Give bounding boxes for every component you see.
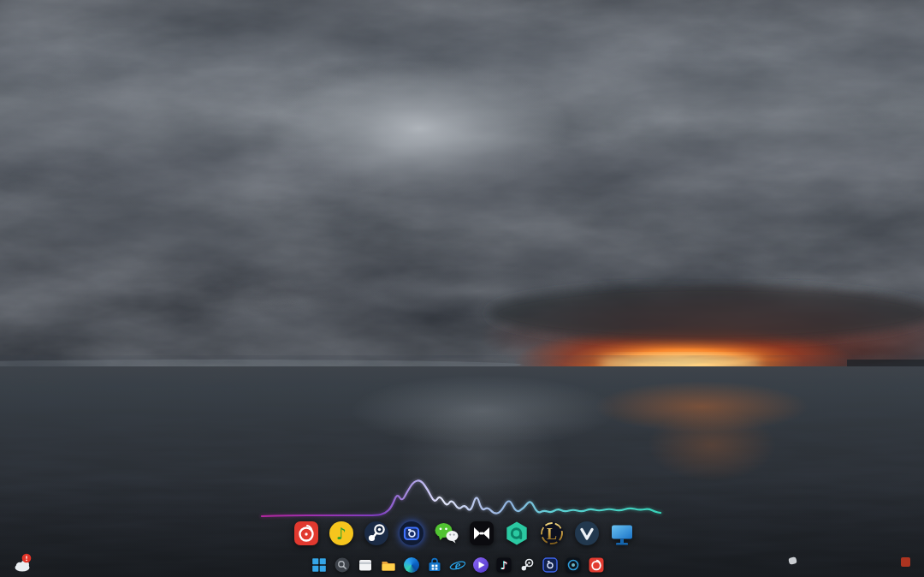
svg-text:♪: ♪ xyxy=(500,559,507,572)
dock: ♪ xyxy=(293,520,636,547)
dock-display-app[interactable] xyxy=(608,520,636,547)
svg-text:e: e xyxy=(455,558,461,572)
taskbar-netease-music-button[interactable] xyxy=(588,556,605,574)
taskbar-screen-capture-button[interactable] xyxy=(542,556,559,574)
svg-text:♪: ♪ xyxy=(336,524,346,543)
taskbar-internet-explorer-button[interactable]: e xyxy=(449,556,466,574)
dock-steam[interactable] xyxy=(363,520,390,547)
dock-v-app[interactable] xyxy=(573,520,601,547)
store-bag-icon xyxy=(426,556,443,574)
edge-icon xyxy=(404,557,419,573)
window-icon xyxy=(357,556,374,574)
desktop-wallpaper xyxy=(0,0,924,577)
douyin-note-icon: ♪ ♪ ♪ xyxy=(495,556,512,574)
tray-icon-red[interactable] xyxy=(901,557,910,567)
dock-qq-music[interactable]: ♪ xyxy=(328,520,355,547)
blue-ring-icon xyxy=(565,556,582,574)
monitor-icon xyxy=(608,520,636,547)
taskbar-ring-app-button[interactable] xyxy=(565,556,582,574)
steam-piston-icon xyxy=(518,556,536,574)
steam-icon xyxy=(363,520,390,547)
taskbar-douyin-button[interactable]: ♪ ♪ ♪ xyxy=(495,556,512,574)
dock-capcut[interactable] xyxy=(468,520,495,547)
tray-notification-cloud[interactable] xyxy=(13,551,35,574)
internet-explorer-icon: e xyxy=(449,556,466,574)
taskbar-start-button[interactable] xyxy=(311,556,328,574)
dock-league-of-legends[interactable]: L xyxy=(538,520,566,547)
capcut-icon xyxy=(468,520,495,547)
svg-text:L: L xyxy=(547,526,557,543)
taskbar-edge-button[interactable] xyxy=(403,556,420,574)
folder-icon xyxy=(380,556,397,574)
qq-music-icon: ♪ xyxy=(328,520,355,547)
taskbar-store-button[interactable] xyxy=(426,556,443,574)
green-hexagon-icon xyxy=(503,520,530,547)
taskbar: e ♪ ♪ ♪ xyxy=(311,556,605,574)
dock-screen-capture[interactable] xyxy=(398,520,425,547)
search-icon xyxy=(334,556,351,574)
netease-cloud-music-icon xyxy=(293,520,320,547)
taskbar-file-explorer-button[interactable] xyxy=(380,556,397,574)
taskbar-task-view-button[interactable] xyxy=(357,556,374,574)
league-of-legends-icon: L xyxy=(538,520,566,547)
taskbar-media-player-button[interactable] xyxy=(472,556,489,574)
taskbar-steam-button[interactable] xyxy=(518,556,536,574)
dock-wechat[interactable] xyxy=(433,520,460,547)
v-letter-icon xyxy=(573,520,601,547)
dock-netease-cloud-music[interactable] xyxy=(293,520,320,547)
cloud-badge-icon xyxy=(13,551,35,574)
camera-capture-icon-small xyxy=(542,556,559,574)
play-button-icon xyxy=(472,556,489,574)
netease-music-icon-small xyxy=(588,556,605,574)
wechat-icon xyxy=(433,520,460,547)
windows-logo-icon xyxy=(311,556,328,574)
taskbar-search-button[interactable] xyxy=(334,556,351,574)
camera-capture-icon xyxy=(398,520,425,547)
dock-hexagon-app[interactable] xyxy=(503,520,530,547)
